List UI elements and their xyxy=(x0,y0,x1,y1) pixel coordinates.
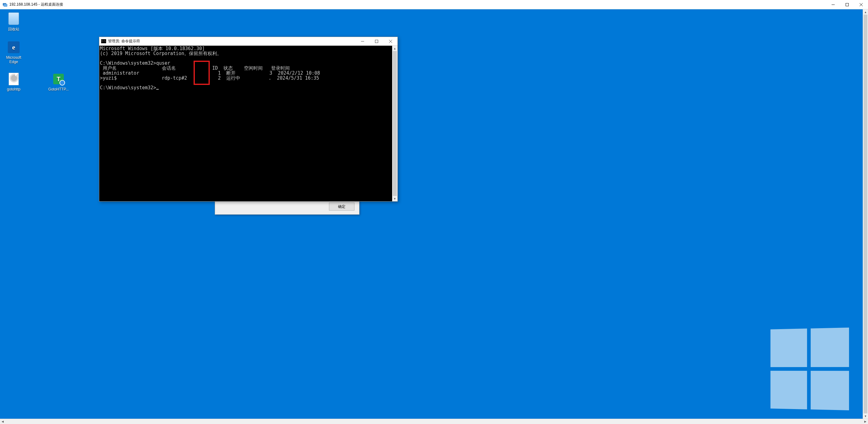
dialog-ok-button[interactable]: 确定 xyxy=(329,202,354,210)
desktop-icon-recycle-bin[interactable]: 回收站 xyxy=(2,12,26,32)
recycle-bin-icon xyxy=(2,12,26,26)
scroll-down-arrow-icon[interactable]: ▼ xyxy=(392,196,397,201)
cmd-minimize-button[interactable] xyxy=(355,37,369,46)
svg-rect-3 xyxy=(845,3,848,6)
host-horizontal-scrollbar[interactable]: ◀ ▶ xyxy=(0,419,868,424)
scrollbar-thumb[interactable] xyxy=(393,51,397,196)
cmd-banner-line2: (c) 2019 Microsoft Corporation。保留所有权利。 xyxy=(100,51,222,56)
cmd-terminal-output[interactable]: Microsoft Windows [版本 10.0.18362.30] (c)… xyxy=(99,46,392,201)
desktop-icon-label: gotohttp xyxy=(2,87,26,92)
cmd-window-titlebar[interactable]: C:\ 管理员: 命令提示符 xyxy=(99,37,397,46)
host-window-titlebar: 192.168.108.145 - 远程桌面连接 xyxy=(0,0,868,9)
host-maximize-button[interactable] xyxy=(840,0,854,9)
scrollbar-track[interactable] xyxy=(863,14,868,414)
svg-rect-1 xyxy=(4,4,7,6)
gotohttp-app-icon: T xyxy=(47,72,70,86)
cmd-quser-row: >yuzi$ rdp-tcp#2 2 运行中 . 2024/5/31 16:35 xyxy=(100,75,319,81)
desktop-icon-label: 回收站 xyxy=(2,27,26,32)
cmd-close-button[interactable] xyxy=(383,37,397,46)
scroll-down-arrow-icon[interactable]: ▼ xyxy=(863,414,868,419)
host-window-title: 192.168.108.145 - 远程桌面连接 xyxy=(9,2,63,7)
scroll-up-arrow-icon[interactable]: ▲ xyxy=(392,46,397,51)
scroll-right-arrow-icon[interactable]: ▶ xyxy=(863,419,868,424)
scroll-left-arrow-icon[interactable]: ◀ xyxy=(0,419,5,424)
desktop-icon-label: GotoHTTP... xyxy=(47,87,70,92)
cmd-window[interactable]: C:\ 管理员: 命令提示符 Microsoft Windows [版本 10.… xyxy=(99,37,398,202)
edge-icon: e xyxy=(2,40,26,54)
file-icon xyxy=(2,72,26,86)
desktop-icon-label: Microsoft Edge xyxy=(2,55,26,64)
scrollbar-track[interactable] xyxy=(392,51,397,196)
svg-rect-7 xyxy=(375,40,378,43)
cmd-icon: C:\ xyxy=(101,39,106,43)
cmd-cursor xyxy=(156,89,159,90)
scroll-up-arrow-icon[interactable]: ▲ xyxy=(863,9,868,14)
rdp-icon xyxy=(2,2,7,7)
desktop-icon-edge[interactable]: e Microsoft Edge xyxy=(2,40,26,64)
scrollbar-thumb[interactable] xyxy=(864,14,867,414)
windows-logo xyxy=(771,328,849,410)
cmd-vertical-scrollbar[interactable]: ▲ ▼ xyxy=(392,46,397,201)
desktop-icon-gotohttp-app[interactable]: T GotoHTTP... xyxy=(47,72,70,92)
cmd-window-title: 管理员: 命令提示符 xyxy=(108,39,140,44)
host-close-button[interactable] xyxy=(854,0,868,9)
viewport-vertical-scrollbar[interactable]: ▲ ▼ xyxy=(863,9,868,419)
host-minimize-button[interactable] xyxy=(826,0,840,9)
cmd-maximize-button[interactable] xyxy=(369,37,383,46)
remote-desktop-viewport[interactable]: 回收站 e Microsoft Edge gotohttp T GotoHTTP… xyxy=(0,9,868,419)
desktop-icon-gotohttp-file[interactable]: gotohttp xyxy=(2,72,26,92)
cmd-prompt: C:\Windows\system32> xyxy=(100,85,156,91)
